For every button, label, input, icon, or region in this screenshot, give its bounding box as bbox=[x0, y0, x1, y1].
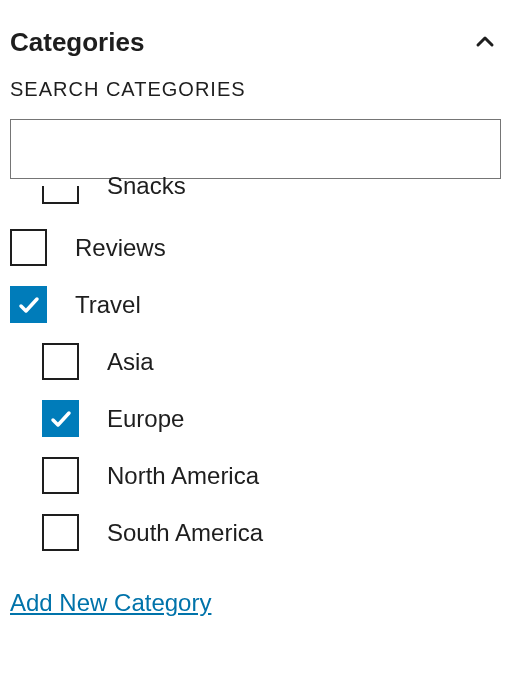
checkbox-reviews[interactable] bbox=[10, 229, 47, 266]
add-new-category-link[interactable]: Add New Category bbox=[10, 589, 211, 617]
panel-title: Categories bbox=[10, 27, 144, 58]
category-label: South America bbox=[107, 519, 263, 547]
category-item-asia[interactable]: Asia bbox=[10, 333, 501, 390]
categories-panel-header[interactable]: Categories bbox=[10, 10, 501, 78]
category-label: North America bbox=[107, 462, 259, 490]
checkbox-snacks[interactable] bbox=[42, 186, 79, 204]
checkbox-north-america[interactable] bbox=[42, 457, 79, 494]
search-categories-input[interactable] bbox=[10, 119, 501, 179]
search-categories-label: SEARCH CATEGORIES bbox=[10, 78, 501, 101]
category-item-north-america[interactable]: North America bbox=[10, 447, 501, 504]
category-label: Europe bbox=[107, 405, 184, 433]
category-label: Snacks bbox=[107, 172, 186, 200]
category-item-reviews[interactable]: Reviews bbox=[10, 219, 501, 276]
checkbox-europe[interactable] bbox=[42, 400, 79, 437]
checkbox-travel[interactable] bbox=[10, 286, 47, 323]
category-item-travel[interactable]: Travel bbox=[10, 276, 501, 333]
category-list: Snacks Reviews Travel Asia Europe North … bbox=[10, 171, 501, 561]
chevron-up-icon bbox=[469, 26, 501, 58]
category-label: Reviews bbox=[75, 234, 166, 262]
category-item-europe[interactable]: Europe bbox=[10, 390, 501, 447]
checkbox-south-america[interactable] bbox=[42, 514, 79, 551]
category-label: Asia bbox=[107, 348, 154, 376]
checkbox-asia[interactable] bbox=[42, 343, 79, 380]
category-label: Travel bbox=[75, 291, 141, 319]
category-item-south-america[interactable]: South America bbox=[10, 504, 501, 561]
category-item-snacks[interactable]: Snacks bbox=[10, 171, 501, 219]
